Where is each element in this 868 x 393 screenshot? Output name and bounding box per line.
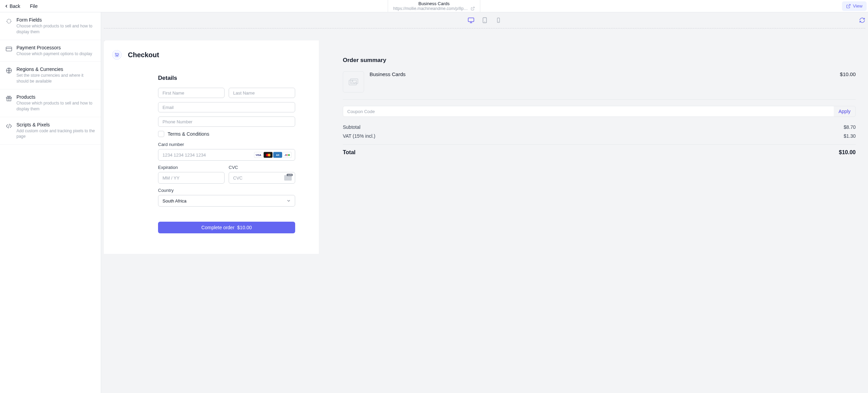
expiration-label: Expiration [158, 165, 225, 170]
sidebar-item-scripts-pixels[interactable]: Scripts & Pixels Add custom code and tra… [0, 117, 101, 145]
vat-value: $1.30 [844, 133, 856, 139]
order-summary: Order summary Business Cards $10.00 Appl… [319, 40, 868, 156]
sidebar-item-label: Payment Processors [16, 45, 92, 50]
product-price: $10.00 [840, 71, 856, 77]
credit-card-icon [5, 46, 12, 52]
subtotal-label: Subtotal [343, 124, 360, 130]
page-title: Business Cards [418, 1, 449, 7]
device-mobile-button[interactable] [495, 16, 502, 24]
apply-coupon-button[interactable]: Apply [834, 106, 855, 116]
cart-badge-icon [111, 49, 123, 61]
complete-order-label: Complete order [201, 225, 234, 230]
expiration-input[interactable] [158, 172, 225, 184]
view-button[interactable]: View [842, 1, 867, 11]
complete-order-button[interactable]: Complete order $10.00 [158, 222, 295, 233]
country-label: Country [158, 188, 295, 193]
sidebar-item-form-fields[interactable]: Form Fields Choose which products to sel… [0, 12, 101, 40]
terms-checkbox[interactable] [158, 131, 164, 137]
sidebar-item-desc: Choose which products to sell and how to… [16, 100, 95, 112]
svg-rect-4 [468, 18, 474, 22]
device-switcher [101, 12, 868, 28]
sidebar-item-label: Form Fields [16, 17, 95, 23]
sidebar-item-label: Scripts & Pixels [16, 122, 95, 127]
card-brand-icons: VISA AX JCB [254, 152, 292, 158]
country-select[interactable] [158, 195, 295, 207]
checkout-heading: Checkout [128, 51, 159, 59]
file-menu[interactable]: File [30, 3, 38, 9]
summary-heading: Order summary [343, 57, 856, 64]
subtotal-value: $8.70 [844, 124, 856, 130]
svg-rect-5 [483, 18, 486, 23]
checkout-preview: Checkout Details [104, 40, 319, 254]
total-label: Total [343, 149, 355, 156]
first-name-input[interactable] [158, 88, 225, 98]
view-label: View [853, 3, 863, 9]
coupon-input[interactable] [343, 106, 834, 116]
cvc-card-icon [284, 175, 292, 181]
device-tablet-button[interactable] [481, 16, 489, 24]
total-row: Total $10.00 [343, 144, 856, 156]
device-desktop-button[interactable] [467, 16, 475, 24]
svg-rect-0 [6, 47, 12, 51]
svg-rect-6 [497, 18, 499, 22]
sidebar-item-label: Products [16, 94, 95, 100]
sidebar-item-desc: Add custom code and tracking pixels to t… [16, 128, 95, 140]
external-link-icon[interactable] [471, 7, 475, 11]
page-url: https://mollie.machineandme.com/p/8p5td1… [393, 6, 469, 11]
chevron-left-icon [5, 4, 8, 8]
product-name: Business Cards [370, 71, 834, 77]
sidebar-item-products[interactable]: Products Choose which products to sell a… [0, 89, 101, 117]
globe-icon [5, 67, 12, 74]
preview-canvas: Checkout Details [101, 12, 868, 393]
complete-order-amount: $10.00 [237, 225, 252, 230]
sidebar-item-payment-processors[interactable]: Payment Processors Choose which payment … [0, 40, 101, 62]
product-image-placeholder [343, 71, 364, 93]
phone-input[interactable] [158, 116, 295, 127]
last-name-input[interactable] [229, 88, 295, 98]
vat-row: VAT (15% incl.) $1.30 [343, 133, 856, 139]
cvc-label: CVC [229, 165, 295, 170]
gift-icon [5, 95, 12, 102]
email-input[interactable] [158, 102, 295, 112]
sidebar-item-desc: Choose which payment options to display [16, 51, 92, 57]
summary-product-row: Business Cards $10.00 [343, 71, 856, 100]
coupon-row: Apply [343, 106, 856, 117]
preview-scroll[interactable]: Checkout Details [104, 40, 868, 393]
sparkle-icon [5, 18, 12, 25]
total-value: $10.00 [839, 149, 856, 156]
details-heading: Details [158, 75, 295, 82]
card-number-label: Card number [158, 142, 295, 147]
topbar: Back File Business Cards https://mollie.… [0, 0, 868, 12]
page-url-display: Business Cards https://mollie.machineand… [388, 0, 480, 12]
external-link-icon [846, 4, 851, 9]
sidebar-item-desc: Set the store currencies and where it sh… [16, 73, 95, 84]
subtotal-row: Subtotal $8.70 [343, 124, 856, 130]
back-button[interactable]: Back [5, 3, 20, 9]
code-icon [5, 123, 12, 130]
sidebar-item-desc: Choose which products to sell and how to… [16, 23, 95, 35]
sidebar: Form Fields Choose which products to sel… [0, 12, 101, 393]
back-label: Back [10, 3, 20, 9]
terms-label: Terms & Conditions [168, 131, 209, 137]
refresh-button[interactable] [859, 17, 865, 23]
sidebar-item-label: Regions & Currencies [16, 66, 95, 72]
svg-point-13 [352, 80, 353, 81]
svg-point-8 [113, 51, 120, 58]
sidebar-item-regions-currencies[interactable]: Regions & Currencies Set the store curre… [0, 62, 101, 89]
vat-label: VAT (15% incl.) [343, 133, 375, 139]
